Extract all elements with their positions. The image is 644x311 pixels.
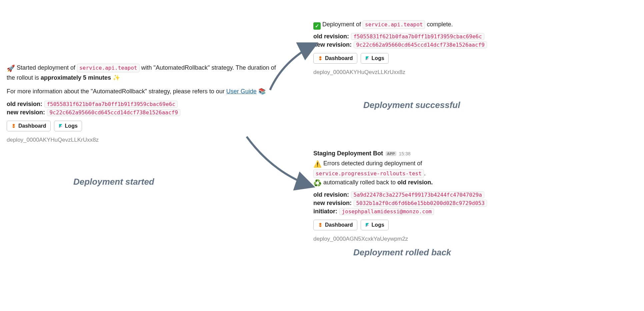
dashboard-button[interactable]: Dashboard xyxy=(313,53,357,64)
logs-button[interactable]: Logs xyxy=(361,53,389,64)
dashboard-button-label: Dashboard xyxy=(18,123,46,129)
message-time: 15:38 xyxy=(399,151,411,156)
successful-text-suffix: complete. xyxy=(425,21,453,28)
old-revision-label: old revision: xyxy=(313,33,349,40)
logs-button-label: Logs xyxy=(372,222,384,228)
service-code: service.progressive-rollouts-test xyxy=(313,169,424,178)
sparkles-icon: ✨ xyxy=(111,74,120,81)
kibana-icon xyxy=(365,222,370,228)
bot-header: Staging Deployment Bot APP 15:38 xyxy=(313,150,500,157)
initiator-label: initiator: xyxy=(313,208,337,215)
successful-text-prefix: Deployment of xyxy=(321,21,363,28)
new-revision-label: new revision: xyxy=(313,200,352,206)
caption-rollback: Deployment rolled back xyxy=(353,247,451,258)
dashboard-button[interactable]: Dashboard xyxy=(7,121,51,131)
old-revision-value: f5055831f621b0faa7b0ff1b91f3959cbac69e6c xyxy=(44,101,177,108)
kibana-icon xyxy=(58,123,63,129)
grafana-icon xyxy=(318,56,323,61)
new-revision-value: 9c22c662a95660cd645ccd14dcf738e1526aacf9 xyxy=(354,41,487,48)
deploy-id: deploy_0000AKYHuQevzLLKrUxx8z xyxy=(7,137,280,143)
old-revision-label: old revision: xyxy=(313,191,349,198)
grafana-icon xyxy=(11,123,16,129)
grafana-icon xyxy=(318,222,323,228)
logs-button[interactable]: Logs xyxy=(54,121,82,131)
successful-message: ✓ Deployment of service.api.teapot compl… xyxy=(313,20,500,30)
logs-button[interactable]: Logs xyxy=(361,220,389,230)
dashboard-button[interactable]: Dashboard xyxy=(313,220,357,230)
deploy-id: deploy_0000AGN5XcxkYaUeywpm2z xyxy=(313,236,500,242)
started-text-prefix: Started deployment of xyxy=(15,64,77,71)
initiator-value: josephpallamidessi@monzo.com xyxy=(339,208,434,215)
dashboard-button-label: Dashboard xyxy=(325,55,353,61)
rollback-prefix: automatically rolled back to xyxy=(322,179,397,186)
deployment-successful-panel: ✓ Deployment of service.api.teapot compl… xyxy=(313,20,500,76)
old-revision-value: 5a9d22478c3a2275e4f99173b4244fc47047029a xyxy=(351,191,484,198)
rollback-bold: old revision. xyxy=(397,179,433,186)
deployment-rollback-panel: Staging Deployment Bot APP 15:38 ⚠️ Erro… xyxy=(313,150,500,242)
bot-name: Staging Deployment Bot xyxy=(313,150,383,157)
initiator-row: initiator: josephpallamidessi@monzo.com xyxy=(313,208,500,215)
action-buttons-row: Dashboard Logs xyxy=(7,121,280,131)
checkmark-icon: ✓ xyxy=(313,22,321,30)
started-duration: approximately 5 minutes xyxy=(41,74,111,81)
period: . xyxy=(424,170,426,177)
deploy-id: deploy_0000AKYHuQevzLLKrUxx8z xyxy=(313,69,500,76)
caption-started: Deployment started xyxy=(73,177,154,187)
books-icon: 📚 xyxy=(257,88,266,95)
app-badge: APP xyxy=(386,151,396,156)
old-revision-row: old revision: f5055831f621b0faa7b0ff1b91… xyxy=(313,33,500,40)
warning-icon: ⚠️ xyxy=(313,160,322,168)
error-prefix: Errors detected during deployment of xyxy=(322,160,422,167)
new-revision-value: 5032b1a2f0cd6fd6b6e15bb0200d028c9729d053 xyxy=(354,200,487,207)
old-revision-row: old revision: f5055831f621b0faa7b0ff1b91… xyxy=(7,101,280,108)
info-prefix: For more information about the "Automate… xyxy=(7,88,226,95)
action-buttons-row: Dashboard Logs xyxy=(313,220,500,230)
error-line: ⚠️ Errors detected during deployment of … xyxy=(313,159,500,178)
old-revision-value: f5055831f621b0faa7b0ff1b91f3959cbac69e6c xyxy=(351,33,484,40)
new-revision-label: new revision: xyxy=(7,109,45,116)
service-code: service.api.teapot xyxy=(77,64,139,72)
logs-button-label: Logs xyxy=(65,123,78,129)
new-revision-row: new revision: 9c22c662a95660cd645ccd14dc… xyxy=(313,41,500,48)
logs-button-label: Logs xyxy=(372,55,384,61)
started-info: For more information about the "Automate… xyxy=(7,87,280,96)
caption-successful: Deployment successful xyxy=(363,100,460,110)
service-code: service.api.teapot xyxy=(363,20,425,29)
new-revision-row: new revision: 9c22c662a95660cd645ccd14dc… xyxy=(7,109,280,116)
action-buttons-row: Dashboard Logs xyxy=(313,53,500,64)
rocket-icon: 🚀 xyxy=(7,65,15,72)
started-message: 🚀 Started deployment of service.api.teap… xyxy=(7,63,280,82)
recycle-icon: ♻️ xyxy=(313,179,322,187)
rollback-line: ♻️ automatically rolled back to old revi… xyxy=(313,178,500,188)
kibana-icon xyxy=(365,56,370,61)
dashboard-button-label: Dashboard xyxy=(325,222,353,228)
new-revision-row: new revision: 5032b1a2f0cd6fd6b6e15bb020… xyxy=(313,200,500,207)
user-guide-link[interactable]: User Guide xyxy=(226,88,257,95)
new-revision-value: 9c22c662a95660cd645ccd14dcf738e1526aacf9 xyxy=(47,109,180,116)
old-revision-row: old revision: 5a9d22478c3a2275e4f99173b4… xyxy=(313,191,500,198)
deployment-started-panel: 🚀 Started deployment of service.api.teap… xyxy=(7,63,280,143)
new-revision-label: new revision: xyxy=(313,41,352,48)
old-revision-label: old revision: xyxy=(7,101,42,107)
